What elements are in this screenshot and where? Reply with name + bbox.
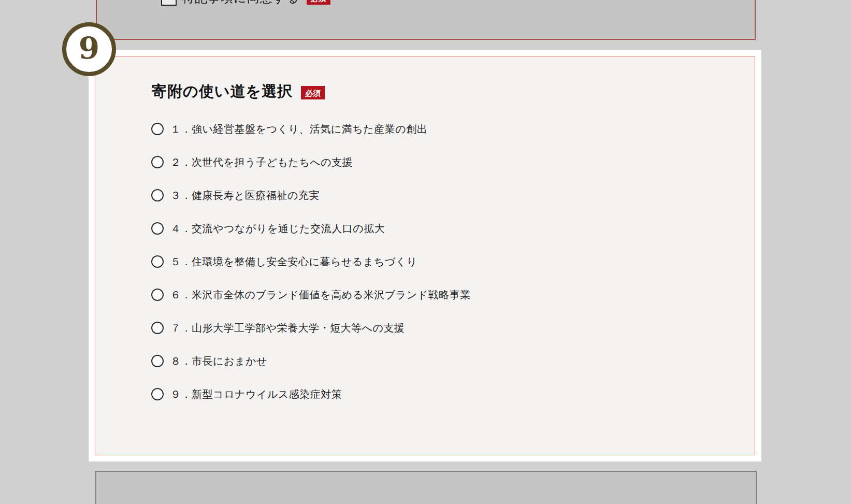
- radio-option-row-8[interactable]: ８．市長におまかせ: [151, 355, 471, 367]
- question-title-row: 寄附の使い道を選択 必須: [152, 81, 325, 102]
- radio-option-label: ４．交流やつながりを通じた交流人口の拡大: [170, 222, 385, 236]
- step-number-badge: 9: [62, 22, 116, 76]
- radio-option-label: ６．米沢市全体のブランド価値を高める米沢ブランド戦略事業: [170, 288, 471, 302]
- next-section-placeholder: [95, 471, 757, 504]
- radio-button[interactable]: [151, 222, 164, 235]
- radio-option-row-2[interactable]: ２．次世代を担う子どもたちへの支援: [151, 156, 471, 168]
- radio-button[interactable]: [151, 255, 164, 268]
- radio-option-label: １．強い経営基盤をつくり、活気に満ちた産業の創出: [170, 122, 427, 136]
- radio-button[interactable]: [151, 123, 164, 135]
- radio-button[interactable]: [151, 189, 164, 201]
- required-badge: 必須: [301, 86, 325, 99]
- radio-option-row-4[interactable]: ４．交流やつながりを通じた交流人口の拡大: [151, 222, 471, 235]
- radio-button[interactable]: [151, 289, 164, 301]
- page: { "previous_section": { "checkbox_label"…: [0, 0, 851, 504]
- agreement-row: 特記事項に同意する 必須: [161, 0, 330, 6]
- radio-button[interactable]: [151, 388, 164, 400]
- radio-option-label: ７．山形大学工学部や栄養大学・短大等への支援: [170, 321, 405, 335]
- question-title: 寄附の使い道を選択: [152, 81, 293, 102]
- radio-option-list: １．強い経営基盤をつくり、活気に満ちた産業の創出 ２．次世代を担う子どもたちへの…: [151, 123, 471, 421]
- radio-option-label: ８．市長におまかせ: [170, 354, 267, 368]
- radio-option-label: ２．次世代を担う子どもたちへの支援: [170, 155, 353, 169]
- radio-option-label: ３．健康長寿と医療福祉の充実: [170, 189, 320, 203]
- radio-option-label: ５．住環境を整備し安全安心に暮らせるまちづくり: [170, 255, 417, 269]
- radio-option-row-1[interactable]: １．強い経営基盤をつくり、活気に満ちた産業の創出: [151, 123, 471, 135]
- radio-button[interactable]: [151, 355, 164, 367]
- agreement-checkbox-label: 特記事項に同意する: [182, 0, 299, 6]
- radio-option-row-6[interactable]: ６．米沢市全体のブランド価値を高める米沢ブランド戦略事業: [151, 289, 471, 301]
- agreement-checkbox[interactable]: [161, 0, 177, 6]
- required-badge: 必須: [307, 0, 330, 5]
- question-card: 寄附の使い道を選択 必須 １．強い経営基盤をつくり、活気に満ちた産業の創出 ２．…: [89, 50, 761, 462]
- question-card-inner: 寄附の使い道を選択 必須 １．強い経営基盤をつくり、活気に満ちた産業の創出 ２．…: [95, 56, 755, 455]
- step-number: 9: [79, 31, 99, 66]
- radio-option-row-7[interactable]: ７．山形大学工学部や栄養大学・短大等への支援: [151, 322, 471, 334]
- radio-option-row-5[interactable]: ５．住環境を整備し安全安心に暮らせるまちづくり: [151, 255, 471, 268]
- radio-button[interactable]: [151, 156, 164, 168]
- radio-option-row-3[interactable]: ３．健康長寿と医療福祉の充実: [151, 189, 471, 201]
- radio-option-row-9[interactable]: ９．新型コロナウイルス感染症対策: [151, 388, 471, 400]
- previous-section: 特記事項に同意する 必須: [96, 0, 756, 40]
- radio-button[interactable]: [151, 322, 164, 334]
- radio-option-label: ９．新型コロナウイルス感染症対策: [170, 387, 342, 401]
